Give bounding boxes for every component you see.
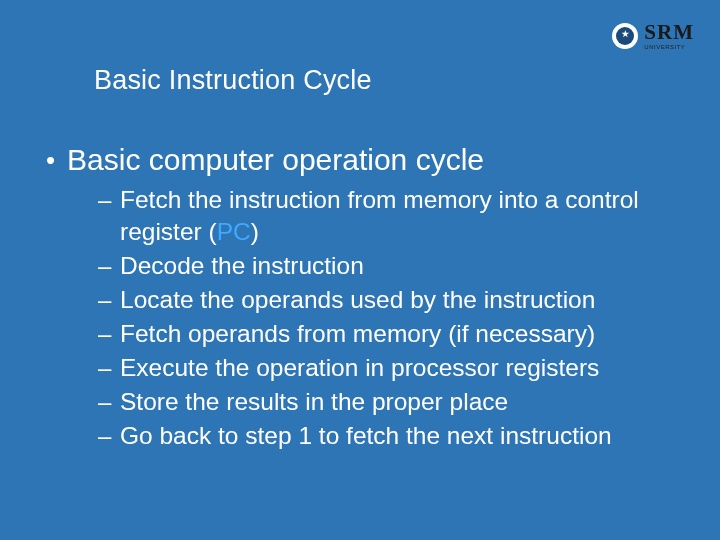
dash-icon: –	[98, 318, 112, 350]
sub-bullet-5: – Execute the operation in processor reg…	[98, 352, 678, 384]
sub-bullet-2-text: Decode the instruction	[120, 250, 364, 282]
sub-bullet-1-text: Fetch the instruction from memory into a…	[120, 184, 678, 248]
bullet-level1-text: Basic computer operation cycle	[67, 142, 484, 178]
logo-text: SRM UNIVERSITY	[644, 22, 694, 50]
bullet-dot-icon: •	[46, 142, 55, 178]
sub-bullet-6: – Store the results in the proper place	[98, 386, 678, 418]
sub-bullet-1: – Fetch the instruction from memory into…	[98, 184, 678, 248]
sub-bullet-4-text: Fetch operands from memory (if necessary…	[120, 318, 595, 350]
dash-icon: –	[98, 386, 112, 418]
paren-open: (	[209, 218, 217, 245]
dash-icon: –	[98, 284, 112, 316]
dash-icon: –	[98, 352, 112, 384]
sub-bullet-4: – Fetch operands from memory (if necessa…	[98, 318, 678, 350]
sub-bullet-1-pre: Fetch the instruction from memory into a…	[120, 186, 639, 245]
slide-title: Basic Instruction Cycle	[94, 65, 372, 96]
sub-bullet-5-text: Execute the operation in processor regis…	[120, 352, 599, 384]
sub-bullet-3: – Locate the operands used by the instru…	[98, 284, 678, 316]
content-area: • Basic computer operation cycle – Fetch…	[42, 142, 678, 454]
sub-bullet-3-text: Locate the operands used by the instruct…	[120, 284, 595, 316]
title-bar: Basic Instruction Cycle	[0, 52, 720, 108]
pc-link: PC	[217, 218, 251, 245]
sub-bullet-2: – Decode the instruction	[98, 250, 678, 282]
sub-bullet-7: – Go back to step 1 to fetch the next in…	[98, 420, 678, 452]
dash-icon: –	[98, 420, 112, 452]
bullet-level1: • Basic computer operation cycle	[42, 142, 678, 178]
logo-main: SRM	[644, 22, 694, 43]
dash-icon: –	[98, 250, 112, 282]
brand-logo: SRM UNIVERSITY	[612, 22, 694, 50]
dash-icon: –	[98, 184, 112, 216]
paren-close: )	[251, 218, 259, 245]
logo-sub: UNIVERSITY	[644, 44, 694, 50]
sub-bullet-6-text: Store the results in the proper place	[120, 386, 508, 418]
sub-bullet-list: – Fetch the instruction from memory into…	[98, 184, 678, 452]
sub-bullet-7-text: Go back to step 1 to fetch the next inst…	[120, 420, 612, 452]
logo-seal-icon	[612, 23, 638, 49]
